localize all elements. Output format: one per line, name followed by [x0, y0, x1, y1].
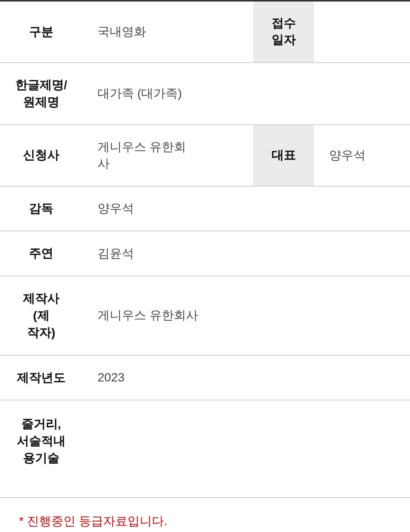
page-wrapper: 구분 국내영화 접수일자 한글제명/원제명 대가족 (대가족) 신청사 게니우스…: [0, 0, 410, 532]
label-lead: 주연: [0, 231, 82, 276]
value-synopsis: [82, 400, 410, 497]
info-table: 구분 국내영화 접수일자 한글제명/원제명 대가족 (대가족) 신청사 게니우스…: [0, 2, 410, 532]
label-jeopsu: 접수일자: [253, 2, 314, 63]
table-row: 주연 김윤석: [0, 231, 410, 276]
table-row: 줄거리,서술적내용기술: [0, 400, 410, 497]
value-year: 2023: [82, 355, 410, 400]
table-row: 한글제명/원제명 대가족 (대가족): [0, 63, 410, 125]
label-gubun: 구분: [0, 2, 82, 63]
label-synopsis: 줄거리,서술적내용기술: [0, 400, 82, 497]
label-daepyo: 대표: [253, 125, 314, 186]
label-director: 감독: [0, 186, 82, 231]
notice-text: * 진행중인 등급자료입니다.: [19, 514, 167, 528]
label-producer: 제작사(제작자): [0, 276, 82, 355]
table-row: 감독 양우석: [0, 186, 410, 231]
notice-row: * 진행중인 등급자료입니다.: [0, 497, 410, 532]
label-applicant: 신청사: [0, 125, 82, 186]
table-row: 구분 국내영화 접수일자: [0, 2, 410, 63]
value-lead: 김윤석: [82, 231, 410, 276]
table-row: 신청사 게니우스 유한회사 대표 양우석: [0, 125, 410, 186]
notice-cell: * 진행중인 등급자료입니다.: [0, 497, 410, 532]
value-title: 대가족 (대가족): [82, 63, 410, 125]
value-applicant: 게니우스 유한회사: [82, 125, 253, 186]
value-gubun: 국내영화: [82, 2, 253, 63]
label-year: 제작년도: [0, 355, 82, 400]
label-title: 한글제명/원제명: [0, 63, 82, 125]
value-jeopsu: [314, 2, 410, 63]
table-row: 제작년도 2023: [0, 355, 410, 400]
value-producer: 게니우스 유한회사: [82, 276, 410, 355]
value-daepyo: 양우석: [314, 125, 410, 186]
table-row: 제작사(제작자) 게니우스 유한회사: [0, 276, 410, 355]
value-director: 양우석: [82, 186, 410, 231]
